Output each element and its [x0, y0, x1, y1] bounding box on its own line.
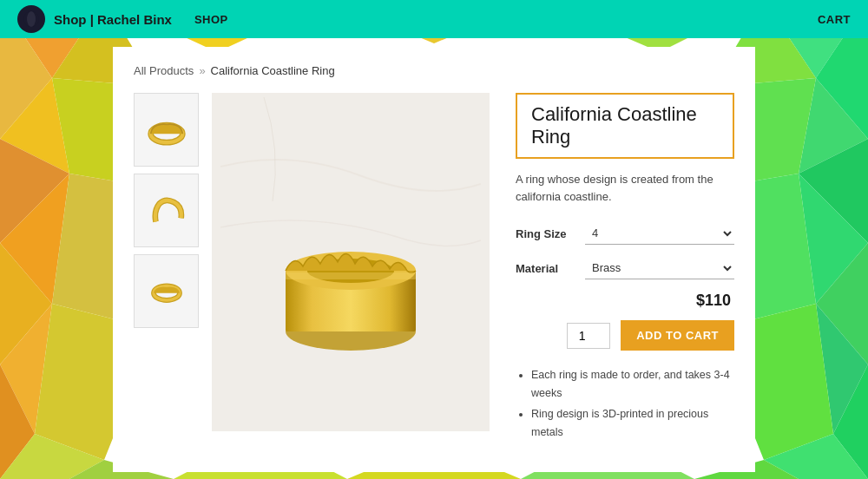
thumbnail-1[interactable]	[134, 93, 199, 167]
material-select[interactable]: Brass Silver Gold	[585, 257, 734, 279]
material-label: Material	[516, 262, 585, 275]
material-row: Material Brass Silver Gold	[516, 257, 734, 279]
thumbnail-list	[134, 93, 203, 443]
add-to-cart-button[interactable]: ADD TO CART	[621, 320, 734, 351]
note-2: Ring design is 3D-printed in precious me…	[531, 405, 734, 443]
breadcrumb-all-products[interactable]: All Products	[134, 64, 194, 77]
shop-link[interactable]: SHOP	[194, 13, 228, 26]
product-description: A ring whose design is created from the …	[516, 171, 734, 205]
main-wrapper: All Products » California Coastline Ring	[0, 38, 868, 479]
price-display: $110	[516, 292, 734, 310]
quantity-input[interactable]	[567, 323, 610, 349]
thumbnail-3[interactable]	[134, 254, 199, 328]
cart-link[interactable]: CART	[818, 13, 851, 26]
site-title: Shop | Rachel Binx	[54, 12, 172, 27]
ring-size-row: Ring Size 4 5 6 7 8 9	[516, 222, 734, 245]
main-product-image	[212, 93, 490, 431]
navigation: Shop | Rachel Binx SHOP CART	[0, 0, 868, 38]
product-layout: California Coastline Ring A ring whose d…	[134, 93, 734, 443]
logo-icon	[17, 5, 45, 33]
logo-area: Shop | Rachel Binx SHOP	[17, 5, 228, 33]
note-1: Each ring is made to order, and takes 3-…	[531, 366, 734, 404]
thumbnail-2[interactable]	[134, 174, 199, 247]
product-title-box: California Coastline Ring	[516, 93, 734, 159]
product-notes: Each ring is made to order, and takes 3-…	[516, 366, 734, 442]
product-title: California Coastline Ring	[531, 103, 719, 148]
svg-point-35	[27, 11, 36, 27]
breadcrumb-current: California Coastline Ring	[211, 64, 335, 77]
svg-rect-45	[286, 272, 416, 279]
breadcrumb: All Products » California Coastline Ring	[134, 64, 734, 77]
breadcrumb-separator: »	[199, 64, 205, 77]
product-info: California Coastline Ring A ring whose d…	[490, 93, 734, 443]
ring-size-label: Ring Size	[516, 227, 585, 240]
ring-size-select[interactable]: 4 5 6 7 8 9	[585, 222, 734, 245]
add-to-cart-row: ADD TO CART	[516, 320, 734, 351]
product-card: All Products » California Coastline Ring	[113, 47, 755, 472]
